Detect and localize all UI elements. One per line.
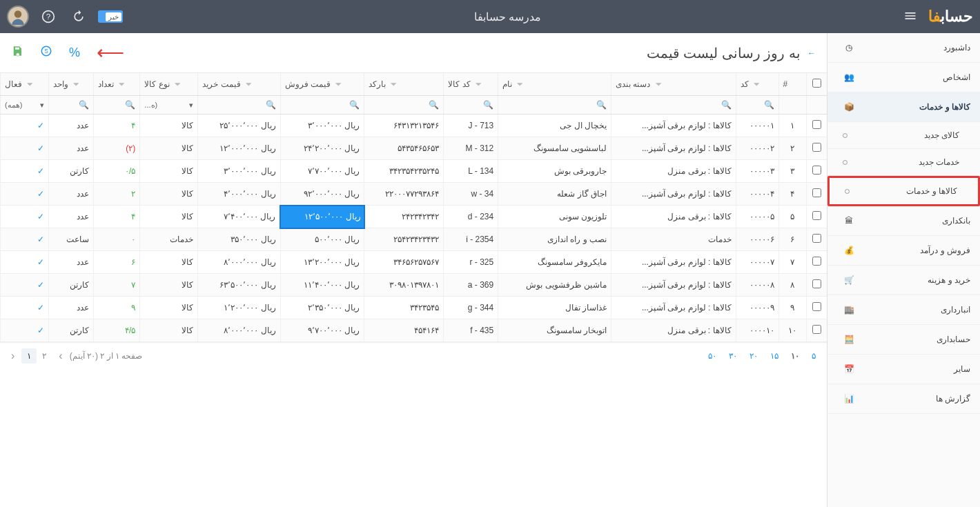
row-checkbox[interactable] [812,302,821,311]
sidebar-item[interactable]: انبارداری🏬 [827,295,980,325]
filter-cell[interactable]: 🔍 [280,96,364,115]
filter-cell[interactable]: 🔍 [498,96,611,115]
page-size-option[interactable]: ۵۰ [708,351,716,361]
row-checkbox[interactable] [812,143,821,152]
check-icon: ✓ [37,257,44,267]
page-size-option[interactable]: ۱۰ [791,351,799,361]
row-checkbox[interactable] [812,166,821,175]
column-header[interactable]: ⏷کد کالا [444,73,498,96]
page-button[interactable]: ۱ [21,348,37,364]
filter-icon[interactable]: ⏷ [516,80,524,88]
row-checkbox[interactable] [812,120,821,129]
sidebar-item[interactable]: خرید و هزینه🛒 [827,266,980,295]
column-header[interactable]: ⏷قیمت خرید [198,73,280,96]
page-size-option[interactable]: ۲۰ [749,351,758,361]
table-row[interactable]: ۹۰۰۰۰۰۹کالاها : لوازم برقی آشپز...غذاساز… [1,297,827,319]
sidebar-item[interactable]: کالاها و خدمات📦 [827,92,980,122]
page-size-option[interactable]: ۱۵ [770,351,778,361]
page-size-option[interactable]: ۵ [812,351,816,361]
filter-icon[interactable]: ⏷ [118,80,126,88]
filter-cell[interactable]: 🔍 [94,96,140,115]
filter-icon[interactable]: ⏷ [335,80,342,88]
save-icon[interactable] [11,45,23,61]
row-checkbox[interactable] [812,188,821,197]
sidebar-item-label: فروش و درآمد [855,246,970,255]
row-checkbox[interactable] [812,234,821,243]
column-header[interactable]: ⏷واحد [48,73,94,96]
sidebar-item[interactable]: سایر📅 [827,355,980,384]
filter-cell[interactable]: ▾(ه... [140,96,198,115]
cell: ۰۰۰۰۰۸ [736,274,778,297]
row-checkbox[interactable] [812,211,821,220]
row-checkbox[interactable] [812,257,821,266]
column-header[interactable]: ⏷نوع کالا [140,73,198,96]
filter-cell[interactable]: 🔍 [444,96,498,115]
page-size-option[interactable]: ۳۰ [729,351,737,361]
avatar[interactable] [7,6,29,28]
cell: ۳۴۲۳۵۴۵ [364,297,444,319]
table-row[interactable]: ۱۰۰۰۰۰۱کالاها : لوازم برقی آشپز...یخچال … [1,115,827,137]
back-arrow-icon[interactable]: ← [807,48,816,58]
column-header[interactable]: ⏷قیمت فروش [280,73,364,96]
toggle-switch[interactable]: خیر [98,10,123,23]
column-header[interactable]: ⏷بارکد [364,73,444,96]
filter-cell[interactable]: 🔍 [198,96,280,115]
hamburger-menu-icon[interactable] [898,3,923,30]
cell: ریال ۹۲٬۰۰۰٬۰۰۰ [280,183,364,206]
percent-icon[interactable]: % [69,46,80,60]
filter-cell[interactable] [778,96,806,115]
prev-page-icon[interactable]: › [59,350,62,362]
table-row[interactable]: ۷۰۰۰۰۰۷کالاها : لوازم برقی آشپز...مایکرو… [1,251,827,274]
table-row[interactable]: ۳۰۰۰۰۰۳کالاها : برقی منزلجاروبرقی بوشL -… [1,160,827,183]
column-header[interactable]: ⏷نام [498,73,611,96]
column-header[interactable]: ⏷فعال [1,73,49,96]
cell [806,206,827,228]
column-header[interactable]: # [778,73,806,96]
refresh-icon[interactable] [68,6,90,28]
filter-cell[interactable]: 🔍 [364,96,444,115]
filter-cell[interactable]: 🔍 [48,96,94,115]
sidebar-item[interactable]: حسابداری🧮 [827,325,980,355]
column-header[interactable]: ⏷کد [736,73,778,96]
next-page-icon[interactable]: ‹ [11,350,14,362]
column-header[interactable]: ⏷دسته بندی [611,73,736,96]
filter-cell[interactable]: 🔍 [736,96,778,115]
page-button[interactable]: ۲ [37,348,52,364]
sidebar-item[interactable]: اشخاص👥 [827,63,980,92]
filter-icon[interactable]: ⏷ [753,80,761,88]
currency-icon[interactable]: S [40,45,52,61]
select-all-checkbox[interactable] [812,79,821,88]
cell: کالاها : لوازم برقی آشپز... [611,115,736,137]
sidebar-subitem[interactable]: کالای جدید [827,122,980,149]
filter-icon[interactable]: ⏷ [390,80,398,88]
sidebar-subitem[interactable]: خدمات جدید [827,149,980,176]
row-checkbox[interactable] [812,325,821,334]
filter-icon[interactable]: ⏷ [72,80,80,88]
sidebar-subitem[interactable]: کالاها و خدمات [827,176,980,206]
sidebar-item[interactable]: داشبورد◷ [827,33,980,63]
filter-icon[interactable]: ⏷ [475,80,482,88]
filter-icon[interactable]: ⏷ [245,80,253,88]
cell: کارتن [48,160,94,183]
sidebar-item[interactable]: بانکداری🏛 [827,206,980,236]
filter-icon[interactable]: ⏷ [174,80,182,88]
row-checkbox[interactable] [812,279,821,288]
table-row[interactable]: ۸۰۰۰۰۰۸کالاها : لوازم برقی آشپز...ماشین … [1,274,827,297]
table-row[interactable]: ۲۰۰۰۰۰۲کالاها : لوازم برقی آشپز...لباسشو… [1,137,827,160]
cell: ۶۴۳۱۳۲۱۳۵۴۶ [364,115,444,137]
filter-icon[interactable]: ⏷ [655,80,663,88]
cell[interactable]: ریال ۱۲٬۵۰۰٬۰۰۰ [280,206,364,228]
table-row[interactable]: ۱۰۰۰۰۰۱۰کالاها : برقی منزلاتوبخار سامسون… [1,319,827,342]
filter-cell[interactable]: ▾(همه) [1,96,49,115]
cell: تلوزیون سونی [498,206,611,228]
table-row[interactable]: ۴۰۰۰۰۰۴کالاها : لوازم برقی آشپز...اجاق گ… [1,183,827,206]
table-row[interactable]: ۵۰۰۰۰۰۵کالاها : برقی منزلتلوزیون سونیd -… [1,206,827,228]
sidebar-item[interactable]: فروش و درآمد💰 [827,236,980,266]
help-icon[interactable]: ? [37,6,59,28]
column-header[interactable]: ⏷تعداد [94,73,140,96]
filter-cell[interactable]: 🔍 [611,96,736,115]
table-row[interactable]: ۶۰۰۰۰۰۶خدماتنصب و راه اندازیi - 2354۲۵۴۲… [1,228,827,251]
cell [806,228,827,251]
filter-icon[interactable]: ⏷ [26,80,34,88]
sidebar-item[interactable]: گزارش ها📊 [827,384,980,414]
